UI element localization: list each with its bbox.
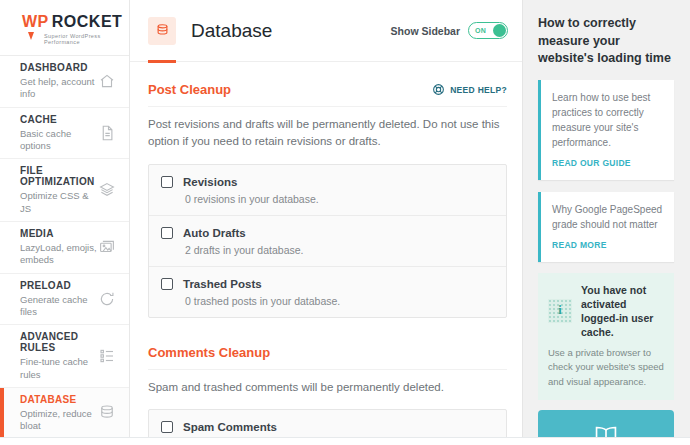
need-help-label: NEED HELP? <box>450 85 507 95</box>
revisions-checkbox[interactable] <box>161 176 173 188</box>
settings-body: Post Cleanup NEED HELP? Post revisions a… <box>130 62 522 437</box>
show-sidebar-label: Show Sidebar <box>391 25 460 37</box>
sidebar-item-advanced-rules[interactable]: ADVANCED RULES Fine-tune cache rules <box>0 325 129 388</box>
logo-tagline: Superior WordPress Performance <box>22 33 129 45</box>
divider <box>148 106 507 107</box>
help-sidebar: How to correctly measure your website's … <box>522 0 690 437</box>
spam-comments-checkbox[interactable] <box>161 421 173 433</box>
comments-cleanup-title: Comments Cleanup <box>148 345 270 360</box>
toggle-knob <box>493 24 506 37</box>
main-header: Database Show Sidebar ON <box>130 0 522 62</box>
life-buoy-icon <box>432 83 445 96</box>
post-cleanup-title: Post Cleanup <box>148 82 231 97</box>
sidebar-item-media[interactable]: MEDIA LazyLoad, emojis, embeds <box>0 222 129 274</box>
left-sidebar: WP ROCKET Superior WordPress Performance… <box>0 0 130 437</box>
main-content: Database Show Sidebar ON Post Cleanup NE… <box>130 0 522 437</box>
images-icon <box>98 238 116 256</box>
post-cleanup-description: Post revisions and drafts will be perman… <box>148 116 503 151</box>
comments-cleanup-options: Spam Comments 0 spam comments in your da… <box>148 409 507 437</box>
documentation-card: Documentation It is a great starting poi… <box>538 410 674 437</box>
logo-wp-text: WP <box>22 13 49 31</box>
sidebar-item-dashboard[interactable]: DASHBOARD Get help, account info <box>0 56 129 108</box>
notice-title: You have not activated logged-in user ca… <box>581 283 664 340</box>
read-our-guide-link[interactable]: READ OUR GUIDE <box>552 158 631 168</box>
option-spam-comments: Spam Comments 0 spam comments in your da… <box>149 410 506 437</box>
sidebar-item-cache[interactable]: CACHE Basic cache options <box>0 108 129 160</box>
file-icon <box>98 124 116 142</box>
read-more-link[interactable]: READ MORE <box>552 240 607 250</box>
section-comments-cleanup: Comments Cleanup Spam and trashed commen… <box>148 345 507 438</box>
auto-drafts-checkbox[interactable] <box>161 227 173 239</box>
help-card-pagespeed: Why Google PageSpeed grade should not ma… <box>538 192 674 262</box>
need-help-link[interactable]: NEED HELP? <box>432 83 507 96</box>
toggle-state-label: ON <box>475 27 486 34</box>
page-bottom-edge <box>0 437 690 445</box>
info-icon: i <box>548 299 572 323</box>
post-cleanup-options: Revisions 0 revisions in your database. … <box>148 164 507 318</box>
option-revisions: Revisions 0 revisions in your database. <box>149 165 506 215</box>
section-post-cleanup: Post Cleanup NEED HELP? Post revisions a… <box>148 82 507 318</box>
notice-text: Use a private browser to check your webs… <box>548 346 664 389</box>
refresh-icon <box>98 290 116 308</box>
database-icon <box>98 404 116 422</box>
show-sidebar-toggle[interactable]: ON <box>468 22 508 39</box>
option-auto-drafts: Auto Drafts 2 drafts in your database. <box>149 215 506 266</box>
database-page-icon <box>148 17 176 45</box>
page-title: Database <box>191 20 272 42</box>
trashed-posts-checkbox[interactable] <box>161 278 173 290</box>
wp-rocket-logo: WP ROCKET Superior WordPress Performance <box>0 0 129 56</box>
user-cache-notice: i You have not activated logged-in user … <box>538 273 674 400</box>
wp-rocket-settings-page: WP ROCKET Superior WordPress Performance… <box>0 0 690 445</box>
rules-list-icon <box>98 347 116 365</box>
home-icon <box>98 72 116 90</box>
help-card-guide: Learn how to use best practices to corre… <box>538 80 674 180</box>
sidebar-item-database[interactable]: DATABASE Optimize, reduce bloat <box>0 388 129 437</box>
sidebar-item-preload[interactable]: PRELOAD Generate cache files <box>0 274 129 326</box>
divider <box>148 369 507 370</box>
help-sidebar-title: How to correctly measure your website's … <box>538 15 674 68</box>
layers-icon <box>98 181 116 199</box>
comments-cleanup-description: Spam and trashed comments will be perman… <box>148 379 503 396</box>
sidebar-nav: DASHBOARD Get help, account info CACHE B… <box>0 56 129 437</box>
logo-rocket-text: ROCKET <box>52 13 123 31</box>
option-trashed-posts: Trashed Posts 0 trashed posts in your da… <box>149 266 506 317</box>
sidebar-item-file-optimization[interactable]: FILE OPTIMIZATION Optimize CSS & JS <box>0 159 129 222</box>
